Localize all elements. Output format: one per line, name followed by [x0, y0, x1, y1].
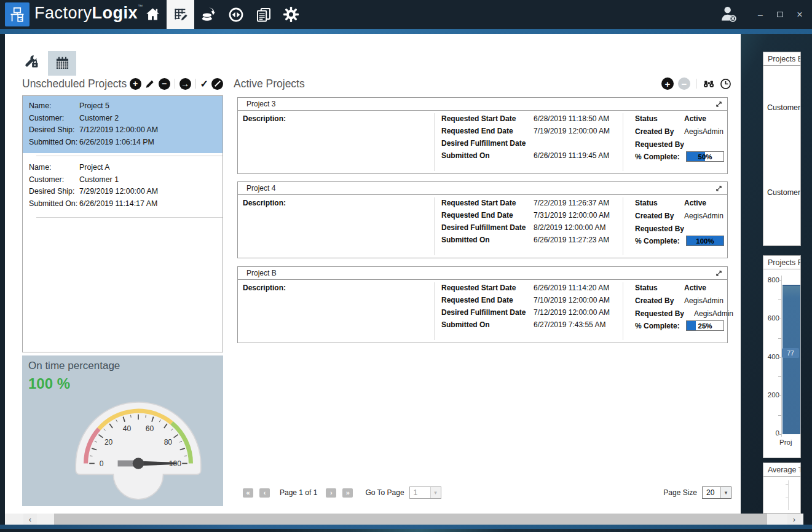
- y-tick-label: 600: [763, 314, 779, 322]
- scroll-right-button[interactable]: ›: [787, 514, 801, 525]
- description-label: Description:: [243, 284, 286, 292]
- approve-icon[interactable]: ✓: [200, 78, 208, 90]
- logout-user-button[interactable]: [719, 4, 738, 26]
- y-tick-label: 400: [763, 353, 779, 360]
- project-card-project-b: Project B Description: Requested Start D…: [237, 266, 728, 343]
- svg-text:80: 80: [164, 438, 173, 447]
- remove-project-icon[interactable]: −: [159, 78, 170, 90]
- cancel-icon[interactable]: [211, 78, 223, 90]
- titlebar-right-controls: – ×: [719, 0, 806, 29]
- last-page-button[interactable]: »: [342, 488, 353, 498]
- unscheduled-projects-title: Unscheduled Projects: [22, 77, 127, 90]
- desk-monitor-icon: [9, 6, 26, 23]
- close-icon: ×: [797, 9, 802, 20]
- goto-page-input[interactable]: 1 ▾: [409, 486, 441, 499]
- active-projects-title: Active Projects: [234, 77, 305, 90]
- schedule-project-icon[interactable]: →: [179, 78, 191, 90]
- gear-icon: [282, 6, 300, 23]
- unscheduled-projects-list: Name:Project 5 Customer:Customer 2 Desir…: [22, 95, 223, 352]
- status-value: Active: [684, 114, 706, 123]
- scroll-left-icon: ‹: [29, 515, 31, 524]
- tab-schedule-calendar[interactable]: [48, 51, 76, 76]
- app-window: FactoryLogix™: [0, 0, 812, 532]
- expand-card-button[interactable]: [715, 185, 722, 192]
- previous-page-button[interactable]: ‹: [259, 488, 270, 498]
- horizontal-scrollbar[interactable]: ‹ ›: [5, 514, 803, 525]
- sync-arrows-icon: [227, 6, 245, 23]
- gauge-value: 100 %: [28, 375, 70, 392]
- project-card-project-4: Project 4 Description: Requested Start D…: [237, 181, 728, 258]
- factorylogix-logo-icon: [5, 2, 30, 26]
- gauge-knob: [133, 458, 144, 469]
- grid-pencil-icon: [172, 6, 189, 23]
- expand-card-button[interactable]: [715, 101, 722, 108]
- project-card-project-3: Project 3 Description: Requested Start D…: [237, 97, 728, 174]
- minimize-icon: –: [758, 10, 763, 20]
- minimize-button[interactable]: –: [754, 9, 767, 21]
- panel-title: Projects B: [763, 52, 800, 66]
- nav-reports-button[interactable]: [250, 0, 277, 29]
- list-item-project-5[interactable]: Name:Project 5 Customer:Customer 2 Desir…: [23, 96, 223, 156]
- edit-project-icon[interactable]: [144, 78, 156, 89]
- page-size-value: 20: [703, 487, 720, 498]
- scroll-right-icon: ›: [793, 515, 795, 524]
- brand-logix: Logix: [92, 4, 138, 22]
- y-axis: [788, 480, 789, 510]
- database-import-icon: [200, 6, 216, 23]
- scrollbar-thumb[interactable]: [54, 514, 767, 525]
- first-page-button[interactable]: «: [243, 488, 253, 498]
- list-separator: [36, 156, 223, 156]
- add-project-icon[interactable]: +: [130, 78, 141, 90]
- add-active-project-icon[interactable]: +: [661, 77, 674, 90]
- average-time-panel: Average T: [763, 463, 801, 514]
- status-value: Active: [684, 284, 706, 292]
- maximize-icon: [777, 12, 783, 17]
- clock-icon: [720, 78, 731, 90]
- brand-factory: Factory: [34, 4, 92, 22]
- toolbar-divider: [195, 79, 196, 89]
- chevron-down-icon: ▾: [725, 490, 728, 496]
- nav-settings-button[interactable]: [277, 0, 305, 29]
- maximize-button[interactable]: [774, 9, 786, 21]
- svg-text:60: 60: [146, 424, 154, 433]
- title-bar: FactoryLogix™: [0, 0, 812, 29]
- y-tick-label: 800: [763, 276, 779, 284]
- active-projects-toolbar: + −: [661, 77, 731, 90]
- list-item-project-a[interactable]: Name:Project A Customer:Customer 1 Desir…: [23, 157, 223, 218]
- bottom-frame-strip: [0, 525, 812, 529]
- panel-title: Projects R: [763, 256, 800, 269]
- close-button[interactable]: ×: [794, 9, 806, 21]
- page-size-select[interactable]: 20 ▾: [702, 486, 731, 499]
- scroll-left-button[interactable]: ‹: [23, 514, 37, 525]
- brand-text: FactoryLogix™: [34, 4, 143, 23]
- search-projects-button[interactable]: [702, 77, 715, 90]
- toolbar-divider: [175, 79, 175, 89]
- status-value: Active: [684, 199, 706, 207]
- y-tick-label: 200: [763, 391, 779, 399]
- goto-page-label: Go To Page: [365, 488, 404, 497]
- nav-transfers-button[interactable]: [222, 0, 250, 29]
- projects-by-customer-panel: Projects B Customer 2 Customer 1: [763, 52, 801, 246]
- projects-remaining-panel: Projects R 800 600 400 200 0 77 Proj: [763, 255, 801, 458]
- nav-production-planning-button[interactable]: [167, 0, 194, 29]
- y-tick-label: 0: [763, 429, 779, 437]
- history-button[interactable]: [720, 78, 731, 90]
- tab-scheduling-tools[interactable]: [17, 51, 45, 72]
- next-page-button[interactable]: ›: [326, 488, 336, 498]
- svg-text:40: 40: [123, 424, 132, 433]
- percent-complete-bar: 100%: [686, 236, 724, 246]
- page-status: Page 1 of 1: [280, 488, 317, 497]
- pagination-bar: « ‹ Page 1 of 1 › » Go To Page 1 ▾ Page …: [243, 485, 731, 501]
- remove-active-project-icon[interactable]: −: [678, 77, 690, 90]
- chart-bar: [782, 285, 801, 434]
- description-label: Description:: [243, 199, 286, 207]
- expand-card-button[interactable]: [715, 270, 722, 277]
- panel-title: Average T: [763, 463, 800, 477]
- card-header: Project 3: [238, 98, 727, 111]
- percent-complete-bar: 50%: [686, 151, 724, 162]
- nav-home-button[interactable]: [139, 0, 167, 29]
- card-title: Project 3: [246, 100, 275, 108]
- page-size-dropdown-button[interactable]: ▾: [720, 487, 731, 498]
- nav-materials-button[interactable]: [194, 0, 222, 29]
- goto-page-dropdown-button[interactable]: ▾: [430, 487, 441, 498]
